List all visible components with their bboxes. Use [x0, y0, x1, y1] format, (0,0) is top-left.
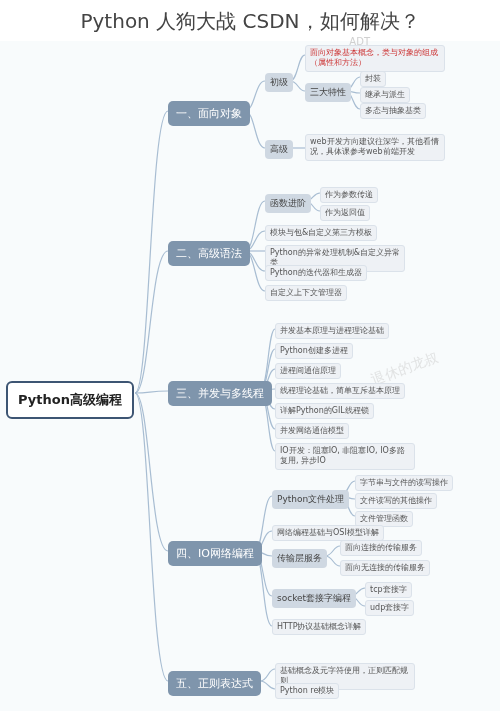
leaf-ipc: 进程间通信原理 — [275, 363, 341, 379]
leaf-oop-concept: 面向对象基本概念，类与对象的组成（属性和方法） — [305, 45, 445, 72]
leaf-encap: 封装 — [360, 71, 386, 87]
root-node: Python高级编程 — [6, 381, 134, 419]
leaf-netmodel: 并发网络通信模型 — [275, 423, 349, 439]
leaf-connless: 面向无连接的传输服务 — [340, 560, 430, 576]
leaf-conc-basic: 并发基本原理与进程理论基础 — [275, 323, 389, 339]
leaf-ctxmgr: 自定义上下文管理器 — [265, 285, 347, 301]
branch-concurrency: 三、并发与多线程 — [168, 381, 272, 406]
branch-regex: 五、正则表达式 — [168, 671, 261, 696]
sub-oop-basic: 初级 — [265, 73, 293, 92]
sub-fileio: Python文件处理 — [272, 490, 349, 509]
branch-syntax: 二、高级语法 — [168, 241, 250, 266]
leaf-iter: Python的迭代器和生成器 — [265, 265, 367, 281]
leaf-func-ret: 作为返回值 — [320, 205, 370, 221]
leaf-multiproc: Python创建多进程 — [275, 343, 353, 359]
leaf-inherit: 继承与派生 — [360, 87, 410, 103]
sub-transport: 传输层服务 — [272, 549, 327, 568]
sub-func: 函数进阶 — [265, 194, 311, 213]
leaf-file-other: 文件读写的其他操作 — [355, 493, 437, 509]
leaf-osi: 网络编程基础与OSI模型详解 — [272, 525, 384, 541]
sub-oop-three: 三大特性 — [305, 83, 351, 102]
leaf-io: IO开发：阻塞IO, 非阻塞IO, IO多路复用, 异步IO — [275, 443, 415, 470]
leaf-thread: 线程理论基础，简单互斥基本原理 — [275, 383, 405, 399]
mindmap-canvas: Python高级编程 一、面向对象 初级 面向对象基本概念，类与对象的组成（属性… — [0, 41, 500, 711]
leaf-bytes: 字节串与文件的读写操作 — [355, 475, 453, 491]
page-title: Python 人狗大战 CSDN，如何解决？ — [0, 0, 500, 41]
leaf-oop-webdev: web开发方向建议往深学，其他看情况，具体课参考web前端开发 — [305, 134, 445, 161]
leaf-tcp: tcp套接字 — [365, 582, 412, 598]
leaf-func-arg: 作为参数传递 — [320, 187, 378, 203]
leaf-conn: 面向连接的传输服务 — [340, 540, 422, 556]
branch-oop: 一、面向对象 — [168, 101, 250, 126]
branch-ionet: 四、IO网络编程 — [168, 541, 262, 566]
leaf-http: HTTP协议基础概念详解 — [272, 619, 366, 635]
sub-oop-adv: 高级 — [265, 140, 293, 159]
leaf-udp: udp套接字 — [365, 600, 414, 616]
leaf-poly: 多态与抽象基类 — [360, 103, 426, 119]
leaf-re-module: Python re模块 — [275, 683, 339, 699]
leaf-gil: 详解Python的GIL线程锁 — [275, 403, 374, 419]
sub-socket: socket套接字编程 — [272, 589, 356, 608]
leaf-modules: 模块与包&自定义第三方模板 — [265, 225, 377, 241]
